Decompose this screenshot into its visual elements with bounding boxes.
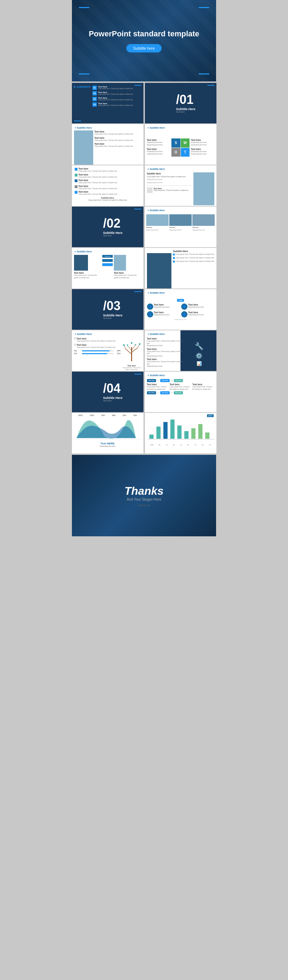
contents-slide: / CONTENTS 01 Text here Copy paste here.… [72, 83, 144, 123]
tb-title-3: Text here [95, 143, 141, 145]
bld-dot-1 [173, 253, 175, 256]
tb-body-1: Copy paste here. Choose this option to o… [95, 133, 141, 135]
contents-list: 01 Text here Copy paste here. Choose thi… [92, 86, 141, 107]
item-desc-4: Copy paste here. Choose this option to o… [98, 105, 133, 106]
s02-corner [135, 209, 141, 209]
flow-arrow-2: → [170, 379, 173, 382]
slide-photo-text: « Subtitle Here Text here Copy paste her… [72, 124, 144, 165]
photo-cap-3: Text here [192, 227, 215, 228]
list-body-4: Copy paste here. Choose this option to o… [79, 188, 117, 190]
wl-item-3: Text here Copy paste here. Choose this o… [147, 358, 183, 368]
contents-label: / CONTENTS [74, 86, 90, 88]
item-num-2: 02 [92, 91, 97, 95]
simg-item-body: Copy paste here. Choose this option to o… [153, 189, 188, 191]
tb-body-3: Copy paste here. Choose this option to o… [95, 145, 141, 148]
list-dot-5 [75, 191, 78, 194]
tb-title-1: Text here [95, 130, 141, 133]
person-icon-1: 👤 [147, 304, 153, 310]
swot-tb-body-1b: Supporting text here [147, 144, 170, 146]
simg-body: Subtitle Here Copy paste here. Choose th… [145, 172, 217, 206]
list-body-1: Copy paste here. Choose this option to o… [79, 170, 117, 172]
org-item-3: 👤 Text here Supporting text here [147, 311, 180, 317]
text-block-1: Text here Copy paste here. Choose this o… [95, 130, 141, 135]
simg-support2: Supporting text here [147, 181, 192, 183]
prog-b1: Copy paste here. Choose this option to o… [77, 340, 116, 342]
org-chart-slide: « Subtitle Here 100K 👤 Text here Support… [145, 289, 217, 330]
pb-label-1: Text [74, 350, 81, 352]
flow-arrow-3: → [157, 391, 160, 395]
subtitle-button[interactable]: Subtitle here [127, 44, 162, 52]
phone-icon-3 [102, 263, 113, 266]
bc-xl-3: 7% [166, 444, 168, 446]
text-block-3: Text here Copy paste here. Choose this o… [95, 143, 141, 148]
org-body: 100K 👤 Text here Supporting text here 👤 … [145, 296, 217, 330]
fd-t1: Text here [147, 383, 169, 386]
mountain-text: Text HERE [75, 442, 141, 445]
swot-o: O [171, 148, 180, 157]
chevrons-icon-2: « [148, 126, 149, 129]
chevrons-icon-6: « [148, 291, 149, 294]
flow-arrow-1: → [157, 379, 160, 382]
bc-xl-5: 7% [180, 444, 182, 446]
contents-item-1: 01 Text here Copy paste here. Choose thi… [92, 86, 141, 90]
flow-box-6: Text here [174, 391, 183, 395]
s03-content: /03 Subtitle Here Text here [92, 300, 122, 319]
svg-rect-24 [205, 433, 209, 439]
building-text-slide: Subtitle Here Copy paste here. Choose th… [145, 248, 217, 288]
s03-subtitle: Subtitle Here [103, 313, 122, 317]
section-03-slide: /03 Subtitle Here Text here [72, 289, 144, 330]
list-body-2: Copy paste here. Choose this option to o… [79, 176, 117, 178]
wl-t1: Text here [147, 337, 183, 340]
person-icon-4: 👤 [181, 311, 187, 317]
pb-val-1: 88% [114, 350, 121, 352]
bc-xl-9: 7% [209, 444, 211, 446]
ml-3: 50% [101, 414, 105, 417]
list-item-1: Text here Copy paste here. Choose this o… [75, 167, 141, 172]
svg-line-4 [131, 345, 135, 350]
org-title: « Subtitle Here [148, 291, 214, 294]
list-item-4: Text here Copy paste here. Choose this o… [75, 185, 141, 190]
swot-cells: S W O T [171, 138, 190, 157]
chevrons-icon-4: « [148, 209, 149, 212]
tb-title-2: Text here [95, 137, 141, 139]
prog-left: Text here Copy paste here. Choose this o… [74, 337, 121, 370]
bc-xl-7: 7% [195, 444, 196, 446]
bc-xl-4: 8% [173, 444, 175, 446]
person-icon-2: 👤 [181, 304, 187, 310]
pb-track-1 [82, 350, 114, 352]
list-title-5: Text here [79, 191, 117, 193]
photo-sub-2: Supporting text here [169, 229, 191, 231]
svg-rect-23 [198, 424, 203, 439]
list-item-3: Text here Copy paste here. Choose this o… [75, 179, 141, 184]
bc-xlabels: 3%M 8% 7% 8% 7% 8% 7% 8% 7% [148, 444, 214, 446]
corner-decoration-bl [79, 73, 89, 75]
s02-text: Text here [103, 235, 122, 237]
list-dot-2 [75, 174, 78, 177]
wl-item-2: Text here Copy paste here. Choose this o… [147, 348, 183, 357]
pb-fill-2 [82, 353, 108, 354]
flowchart-slide: « Subtitle Here Text here → Text here → … [145, 372, 217, 412]
title-slide: PowerPoint standard template Subtitle he… [72, 0, 216, 81]
thanks-slide: Thanks And Your Slogan Here XXXXX.XX [72, 455, 216, 536]
progress-slide: « Subtitle Here Text here Copy paste her… [72, 330, 144, 371]
s04-num: /04 [103, 382, 122, 395]
wl-t3: Text here [147, 358, 183, 361]
row-6: « Subtitle Here Text here Copy paste her… [0, 248, 288, 288]
section-01-slide: /01 Subtitle Here Text here [145, 83, 217, 123]
svg-point-8 [127, 344, 128, 346]
flow-desc-2: Text here Copy paste here. Choose this o… [170, 383, 191, 390]
prog-bar-1: Text 88% [74, 350, 121, 352]
swot-slide: « Subtitle Here Text here Supporting tex… [145, 124, 217, 165]
slide-title-1: « Subtitle Here [75, 126, 141, 129]
bld-body-1: Copy paste here. Choose this option to o… [176, 253, 214, 256]
list-title-4: Text here [79, 185, 117, 188]
s04-text: Text here [103, 399, 122, 402]
swot-w: W [181, 138, 190, 148]
subtitle-image-slide: « Subtitle Here Subtitle Here Copy paste… [145, 165, 217, 206]
ml-5: 83% [123, 414, 127, 417]
wrench-left: Text here Copy paste here. Choose this o… [147, 337, 183, 370]
svg-point-11 [139, 343, 140, 345]
s02-num: /02 [103, 217, 122, 230]
photo-text-body: Text here Copy paste here. Choose this o… [72, 130, 144, 165]
tb-body-2: Copy paste here. Choose this option to o… [95, 139, 141, 142]
